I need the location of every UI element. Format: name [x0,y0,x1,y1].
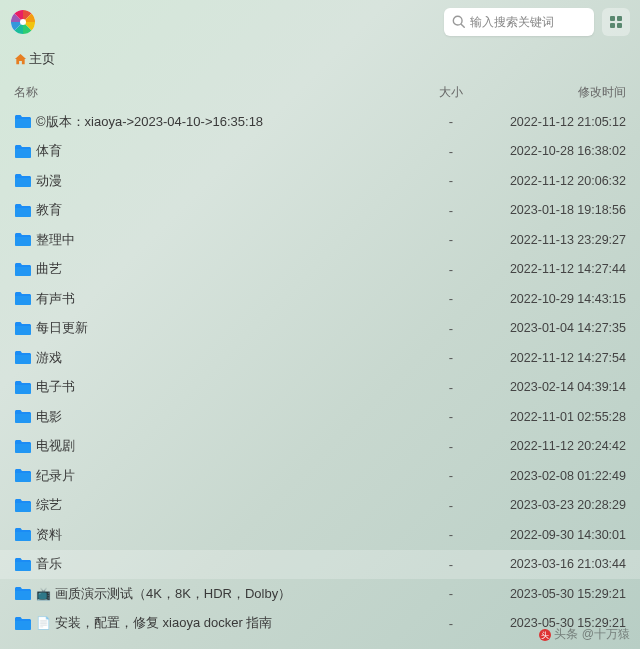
item-size: - [416,409,486,424]
item-size: - [416,380,486,395]
home-icon [14,53,27,66]
breadcrumb-home[interactable]: 主页 [29,50,55,68]
folder-icon [14,439,36,454]
folder-icon [14,557,36,572]
item-size: - [416,468,486,483]
item-name: 电影 [36,408,416,426]
grid-view-button[interactable] [602,8,630,36]
item-name: 📺画质演示测试（4K，8K，HDR，Dolby） [36,585,416,603]
folder-icon [14,468,36,483]
svg-rect-4 [610,16,615,21]
item-size: - [416,498,486,513]
item-name: 📄安装，配置，修复 xiaoya docker 指南 [36,614,416,632]
item-time: 2023-01-04 14:27:35 [486,321,626,335]
file-list: ©版本：xiaoya->2023-04-10->16:35:18-2022-11… [0,107,640,638]
list-item[interactable]: 有声书-2022-10-29 14:43:15 [0,284,640,314]
topbar [0,0,640,44]
folder-icon [14,203,36,218]
svg-rect-7 [617,23,622,28]
item-emoji: 📺 [36,587,51,601]
item-time: 2023-03-16 21:03:44 [486,557,626,571]
item-name: 整理中 [36,231,416,249]
watermark: 头 头条 @十万猿 [538,626,630,643]
item-emoji: 📄 [36,616,51,630]
list-item[interactable]: 资料-2022-09-30 14:30:01 [0,520,640,550]
list-item[interactable]: 体育-2022-10-28 16:38:02 [0,137,640,167]
item-name: 有声书 [36,290,416,308]
folder-icon [14,321,36,336]
list-item[interactable]: 电影-2022-11-01 02:55:28 [0,402,640,432]
folder-icon [14,527,36,542]
item-size: - [416,173,486,188]
item-size: - [416,262,486,277]
item-time: 2023-05-30 15:29:21 [486,587,626,601]
column-time[interactable]: 修改时间 [486,84,626,101]
item-time: 2022-11-12 20:24:42 [486,439,626,453]
watermark-icon: 头 [538,628,552,642]
item-time: 2022-11-13 23:29:27 [486,233,626,247]
folder-icon [14,144,36,159]
search-icon [452,15,466,29]
app-logo-icon[interactable] [10,9,36,35]
list-item[interactable]: ©版本：xiaoya->2023-04-10->16:35:18-2022-11… [0,107,640,137]
svg-text:头: 头 [541,631,549,640]
list-item[interactable]: 纪录片-2023-02-08 01:22:49 [0,461,640,491]
folder-icon [14,262,36,277]
folder-icon [14,291,36,306]
folder-icon [14,498,36,513]
folder-icon [14,173,36,188]
folder-icon [14,616,36,631]
item-size: - [416,203,486,218]
folder-icon [14,232,36,247]
item-time: 2023-02-08 01:22:49 [486,469,626,483]
item-size: - [416,586,486,601]
item-size: - [416,321,486,336]
item-size: - [416,527,486,542]
item-size: - [416,114,486,129]
grid-icon [609,15,623,29]
item-name: 资料 [36,526,416,544]
item-time: 2023-01-18 19:18:56 [486,203,626,217]
item-time: 2023-02-14 04:39:14 [486,380,626,394]
list-item[interactable]: 教育-2023-01-18 19:18:56 [0,196,640,226]
item-time: 2022-10-28 16:38:02 [486,144,626,158]
item-size: - [416,616,486,631]
list-item[interactable]: 整理中-2022-11-13 23:29:27 [0,225,640,255]
item-size: - [416,557,486,572]
list-item[interactable]: 综艺-2023-03-23 20:28:29 [0,491,640,521]
item-name: 每日更新 [36,319,416,337]
list-item[interactable]: 每日更新-2023-01-04 14:27:35 [0,314,640,344]
column-name[interactable]: 名称 [14,84,416,101]
list-item[interactable]: 曲艺-2022-11-12 14:27:44 [0,255,640,285]
search-box[interactable] [444,8,594,36]
folder-icon [14,409,36,424]
svg-rect-6 [610,23,615,28]
item-size: - [416,291,486,306]
item-name: 音乐 [36,555,416,573]
search-input[interactable] [470,15,586,29]
item-name: 综艺 [36,496,416,514]
breadcrumb: 主页 [0,44,640,78]
list-item[interactable]: 动漫-2022-11-12 20:06:32 [0,166,640,196]
item-size: - [416,232,486,247]
item-name: 纪录片 [36,467,416,485]
list-item[interactable]: 音乐-2023-03-16 21:03:44 [0,550,640,580]
folder-icon [14,380,36,395]
item-name: 体育 [36,142,416,160]
item-size: - [416,144,486,159]
item-time: 2022-11-12 14:27:44 [486,262,626,276]
list-item[interactable]: 电子书-2023-02-14 04:39:14 [0,373,640,403]
list-item[interactable]: 游戏-2022-11-12 14:27:54 [0,343,640,373]
item-size: - [416,439,486,454]
item-name: 游戏 [36,349,416,367]
item-time: 2022-09-30 14:30:01 [486,528,626,542]
list-item[interactable]: 电视剧-2022-11-12 20:24:42 [0,432,640,462]
list-item[interactable]: 📺画质演示测试（4K，8K，HDR，Dolby）-2023-05-30 15:2… [0,579,640,609]
column-header-row: 名称 大小 修改时间 [0,78,640,107]
item-time: 2022-11-12 20:06:32 [486,174,626,188]
item-time: 2023-03-23 20:28:29 [486,498,626,512]
svg-point-1 [20,19,26,25]
item-time: 2022-11-12 14:27:54 [486,351,626,365]
column-size[interactable]: 大小 [416,84,486,101]
svg-line-3 [461,24,464,27]
